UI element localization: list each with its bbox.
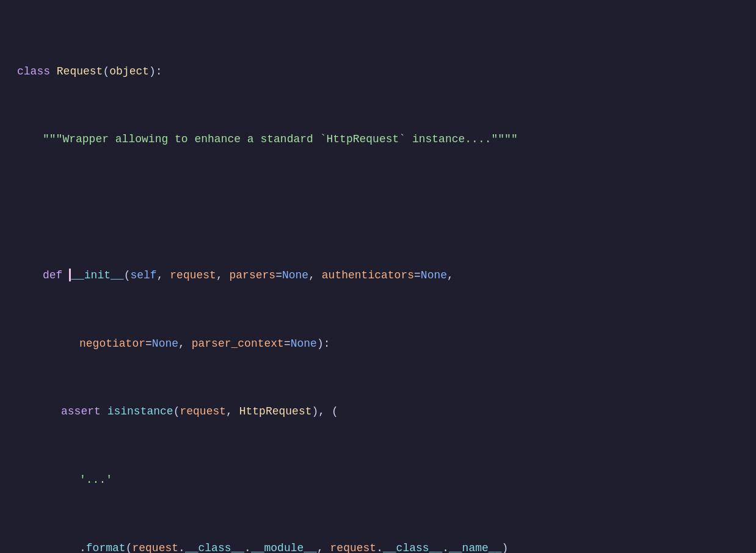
- line-5: negotiator=None, parser_context=None):: [12, 336, 744, 353]
- line-blank-1: [12, 200, 744, 217]
- line-7: '...': [12, 472, 744, 489]
- line-8: .format(request.__class__.__module__, re…: [12, 540, 744, 553]
- line-4: def __init__(self, request, parsers=None…: [12, 267, 744, 284]
- line-2: """Wrapper allowing to enhance a standar…: [12, 131, 744, 148]
- line-1: class Request(object):: [12, 63, 744, 81]
- line-6: assert isinstance(request, HttpRequest),…: [12, 403, 744, 421]
- code-editor: class Request(object): """Wrapper allowi…: [12, 6, 744, 553]
